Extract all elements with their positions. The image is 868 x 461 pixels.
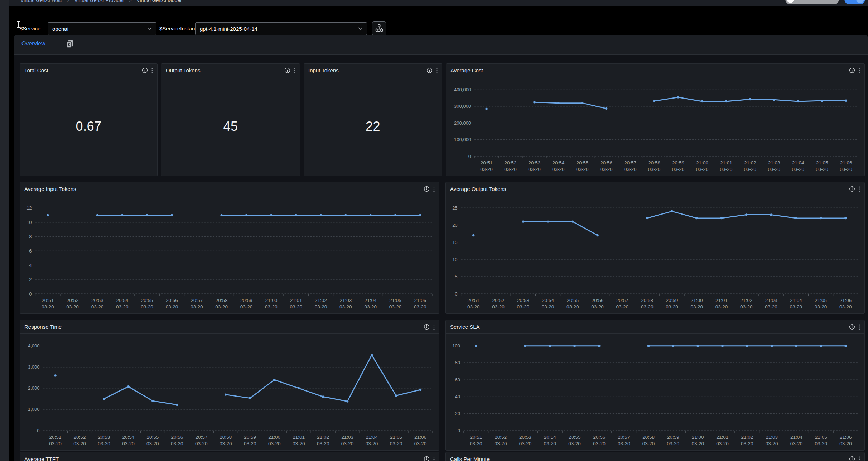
svg-text:03-20: 03-20 — [667, 441, 680, 446]
info-icon[interactable] — [142, 67, 148, 73]
tab-overview[interactable]: Overview — [21, 40, 45, 47]
info-icon[interactable] — [849, 186, 855, 192]
kebab-menu-icon[interactable] — [436, 68, 438, 73]
svg-text:20:55: 20:55 — [146, 434, 159, 440]
svg-text:20:53: 20:53 — [91, 298, 103, 303]
svg-text:03-20: 03-20 — [66, 304, 79, 309]
panel-header: Calls Per Minute — [446, 452, 864, 461]
svg-text:03-20: 03-20 — [470, 441, 482, 446]
average-cost-chart[interactable]: 0100,000200,000300,000400,00020:5103-202… — [446, 77, 864, 176]
svg-text:03-20: 03-20 — [790, 441, 803, 446]
svg-text:20:53: 20:53 — [517, 298, 529, 303]
svg-text:03-20: 03-20 — [366, 441, 378, 446]
chevron-down-icon — [358, 27, 362, 30]
svg-text:21:06: 21:06 — [840, 160, 852, 165]
svg-text:03-20: 03-20 — [642, 441, 655, 446]
svg-text:03-20: 03-20 — [744, 167, 757, 172]
svg-text:03-20: 03-20 — [839, 304, 852, 309]
info-icon[interactable] — [424, 186, 430, 192]
svg-text:03-20: 03-20 — [91, 304, 104, 309]
svg-text:10: 10 — [452, 257, 457, 262]
response-time-chart[interactable]: 01,0002,0003,0004,00020:5103-2020:5203-2… — [20, 334, 439, 450]
svg-text:03-20: 03-20 — [544, 441, 556, 446]
panel-title: Service SLA — [450, 324, 480, 330]
svg-text:03-20: 03-20 — [191, 304, 203, 309]
svg-text:400,000: 400,000 — [454, 87, 471, 92]
svg-text:21:04: 21:04 — [365, 298, 377, 303]
svg-text:20:58: 20:58 — [216, 298, 228, 303]
svg-text:03-20: 03-20 — [122, 441, 135, 446]
info-icon[interactable] — [849, 67, 855, 73]
svg-text:21:05: 21:05 — [389, 298, 401, 303]
info-icon[interactable] — [849, 324, 855, 330]
kebab-menu-icon[interactable] — [859, 186, 860, 192]
svg-text:03-20: 03-20 — [315, 304, 327, 309]
svg-text:21:00: 21:00 — [696, 160, 708, 165]
breadcrumb-separator: > — [129, 0, 131, 3]
topbar-toggle-button[interactable] — [785, 0, 839, 4]
info-icon[interactable] — [284, 67, 290, 73]
svg-text:20:53: 20:53 — [519, 434, 531, 440]
kebab-menu-icon[interactable] — [151, 68, 153, 73]
svg-text:03-20: 03-20 — [740, 304, 753, 309]
svg-text:3,000: 3,000 — [28, 364, 40, 370]
svg-text:20:51: 20:51 — [481, 160, 493, 165]
svg-text:03-20: 03-20 — [716, 441, 729, 446]
svg-text:21:00: 21:00 — [268, 434, 280, 440]
svg-text:20:55: 20:55 — [566, 298, 579, 303]
svg-text:20:56: 20:56 — [171, 434, 183, 440]
service-select[interactable]: openai — [48, 22, 156, 35]
svg-text:21:03: 21:03 — [339, 298, 352, 303]
svg-text:03-20: 03-20 — [215, 304, 228, 309]
panel-title: Average Input Tokens — [24, 186, 76, 192]
kebab-menu-icon[interactable] — [433, 324, 435, 330]
svg-text:03-20: 03-20 — [495, 441, 507, 446]
svg-text:0: 0 — [468, 154, 471, 159]
panel-output-tokens: Output Tokens 45 — [161, 63, 300, 176]
kebab-menu-icon[interactable] — [859, 324, 860, 330]
average-output-tokens-chart[interactable]: 051015202520:5103-2020:5203-2020:5303-20… — [446, 196, 864, 313]
svg-text:21:04: 21:04 — [366, 434, 378, 440]
svg-text:21:01: 21:01 — [715, 298, 728, 303]
kebab-menu-icon[interactable] — [433, 456, 435, 461]
svg-text:03-20: 03-20 — [624, 167, 637, 172]
svg-text:03-20: 03-20 — [141, 304, 153, 309]
kebab-menu-icon[interactable] — [859, 456, 860, 461]
service-instance-select[interactable]: gpt-4.1-mini-2025-04-14 — [195, 22, 367, 35]
svg-text:21:04: 21:04 — [790, 298, 802, 303]
info-icon[interactable] — [424, 456, 430, 461]
svg-text:03-20: 03-20 — [244, 441, 256, 446]
svg-text:03-20: 03-20 — [98, 441, 110, 446]
info-icon[interactable] — [424, 324, 430, 330]
svg-text:20:51: 20:51 — [49, 434, 62, 440]
svg-text:20:52: 20:52 — [74, 434, 86, 440]
report-copy-icon[interactable] — [66, 40, 74, 50]
svg-text:20:58: 20:58 — [642, 434, 655, 440]
panel-header: Average Cost — [446, 64, 864, 77]
svg-text:2,000: 2,000 — [28, 385, 40, 391]
svg-text:20:54: 20:54 — [542, 298, 554, 303]
svg-text:03-20: 03-20 — [691, 441, 704, 446]
svg-text:21:05: 21:05 — [816, 160, 828, 165]
svg-text:03-20: 03-20 — [519, 441, 532, 446]
breadcrumb-item-host[interactable]: Virtual GenAI Host — [20, 0, 62, 3]
info-icon[interactable] — [426, 67, 433, 73]
panel-calls-per-minute: Calls Per Minute — [445, 452, 865, 461]
info-icon[interactable] — [849, 456, 855, 461]
service-sla-chart[interactable]: 02040608010020:5103-2020:5203-2020:5303-… — [446, 334, 864, 450]
topology-button[interactable] — [372, 21, 386, 36]
svg-text:03-20: 03-20 — [171, 441, 183, 446]
svg-text:4,000: 4,000 — [28, 343, 40, 349]
topbar-primary-button[interactable] — [844, 0, 865, 4]
svg-text:21:05: 21:05 — [390, 434, 402, 440]
breadcrumb-item-provider[interactable]: Virtual GenAI Provider — [74, 0, 124, 3]
kebab-menu-icon[interactable] — [294, 68, 295, 73]
kebab-menu-icon[interactable] — [859, 68, 860, 73]
svg-text:03-20: 03-20 — [566, 304, 579, 309]
panel-header: Service SLA — [446, 320, 864, 334]
left-rail — [0, 0, 9, 461]
panel-average-cost: Average Cost 0100,000200,000300,000400,0… — [446, 63, 865, 176]
kebab-menu-icon[interactable] — [433, 186, 435, 192]
svg-text:20: 20 — [455, 411, 460, 416]
average-input-tokens-chart[interactable]: 02468101220:5103-2020:5203-2020:5303-202… — [20, 196, 439, 313]
